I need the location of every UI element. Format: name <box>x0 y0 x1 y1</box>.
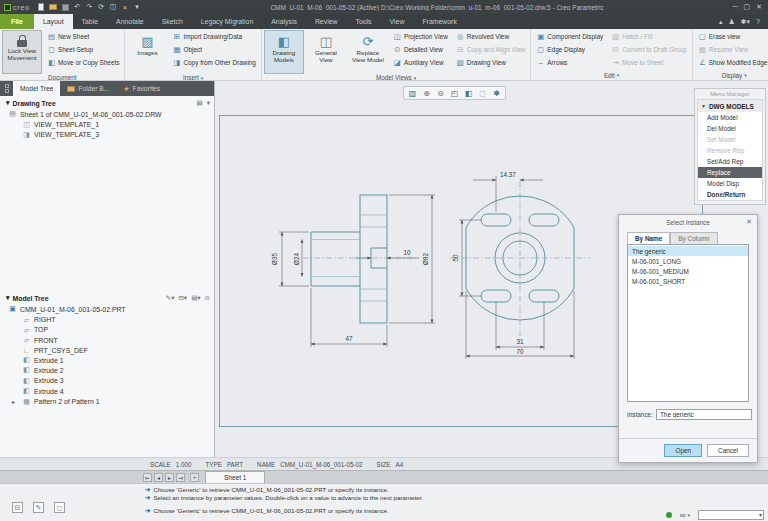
menu-item-del-model[interactable]: Del Model <box>698 123 762 134</box>
edge-display-button[interactable]: ◻Edge Display <box>533 43 606 56</box>
tab-tools[interactable]: Tools <box>346 14 380 29</box>
list-item-generic[interactable]: The generic <box>628 246 748 256</box>
model-tree-search-icon[interactable]: ⊙ <box>205 294 210 302</box>
tab-favorites[interactable]: ★Favorites <box>116 81 167 96</box>
message-log-icon[interactable]: ⊟ <box>12 502 23 513</box>
revolved-view-button[interactable]: ◎Revolved View <box>453 30 529 43</box>
find-tool-icon[interactable]: ∞▾ <box>680 511 690 520</box>
tree-item-extrude-1[interactable]: ◧Extrude 1 <box>0 355 214 365</box>
model-tree-collapse-icon[interactable]: ▾ <box>6 294 9 302</box>
tree-item-view-template-1[interactable]: ◫ VIEW_TEMPLATE_1 <box>0 119 214 129</box>
display-launcher-icon[interactable]: ▾ <box>744 72 747 78</box>
menu-item-model-disp[interactable]: Model Disp <box>698 178 762 189</box>
lock-view-movement-button[interactable]: Lock View Movement <box>2 30 42 74</box>
tab-by-column[interactable]: By Column <box>670 232 717 244</box>
refit-icon[interactable]: ◰ <box>448 88 461 99</box>
projection-view-button[interactable]: ◫Projection View <box>390 30 451 43</box>
tree-item-view-template-3[interactable]: ◨ VIEW_TEMPLATE_3 <box>0 130 214 140</box>
creo-logo[interactable]: creo <box>0 0 34 14</box>
erase-view-button[interactable]: ▢Erase view <box>695 30 768 43</box>
replace-view-model-button[interactable]: ⟳ Replace View Model <box>348 30 388 74</box>
tree-item-extrude-4[interactable]: ◧Extrude 4 <box>0 386 214 396</box>
panel-pin-icon[interactable] <box>0 81 13 96</box>
model-tree-settings-icon[interactable]: ▤▾ <box>191 294 200 302</box>
move-copy-sheets-button[interactable]: ◧Move or Copy Sheets <box>44 56 122 69</box>
tab-file[interactable]: File <box>0 14 34 29</box>
list-item-medium[interactable]: M-06-001_MEDIUM <box>628 266 748 276</box>
drawing-view-button[interactable]: ▧Drawing View <box>453 56 529 69</box>
redo-icon[interactable]: ↷ <box>85 3 94 12</box>
arrows-button[interactable]: →Arrows <box>533 56 606 69</box>
sheet-1-tab[interactable]: Sheet 1 <box>205 471 265 483</box>
tree-item-top-plane[interactable]: ▱TOP <box>0 325 214 335</box>
user-account-icon[interactable]: ♟ <box>728 18 734 26</box>
tree-item-front-plane[interactable]: ▱FRONT <box>0 335 214 345</box>
tree-item-csys[interactable]: ∟PRT_CSYS_DEF <box>0 346 214 355</box>
first-sheet-icon[interactable]: ⇤ <box>143 473 152 482</box>
collapse-ribbon-icon[interactable]: ▴ <box>719 18 723 26</box>
model-views-launcher-icon[interactable]: ▾ <box>414 75 417 81</box>
insert-launcher-icon[interactable]: ▾ <box>201 75 204 81</box>
tree-item-pattern[interactable]: ▸ ▦ Pattern 2 of Pattern 1 <box>0 396 214 406</box>
menu-item-replace[interactable]: Replace <box>698 167 762 178</box>
datum-display-icon[interactable]: ✱ <box>490 88 503 99</box>
tree-item-extrude-3[interactable]: ◧Extrude 3 <box>0 376 214 386</box>
list-item-short[interactable]: M-06-001_SHORT <box>628 277 748 287</box>
close-window-icon[interactable]: × <box>121 3 130 12</box>
drawing-tree-collapse-icon[interactable]: ▾ <box>6 99 9 107</box>
model-tree-filter-icon[interactable]: ⊟▾ <box>178 294 187 302</box>
new-sheet-button[interactable]: ▤New Sheet <box>44 30 122 43</box>
detailed-view-button[interactable]: ⊙Detailed View <box>390 43 451 56</box>
drawing-models-button[interactable]: ◧ Drawing Models <box>264 30 304 74</box>
model-tree-show-icon[interactable]: ✎▾ <box>166 294 175 302</box>
regenerate-icon[interactable]: ⟳ <box>97 3 106 12</box>
component-display-button[interactable]: ▣Component Display <box>533 30 606 43</box>
show-modified-edges-button[interactable]: ∠Show Modified Edges <box>695 56 768 69</box>
new-file-icon[interactable] <box>37 3 46 12</box>
sheet-setup-button[interactable]: ◻Sheet Setup <box>44 43 122 56</box>
window-icon[interactable]: ◫ <box>109 3 118 12</box>
tab-view[interactable]: View <box>381 14 414 29</box>
cancel-button[interactable]: Cancel <box>707 444 749 457</box>
select-region-icon[interactable]: ▧ <box>406 88 419 99</box>
instance-list[interactable]: The generic M-06-001_LONG M-06-001_MEDIU… <box>627 244 749 402</box>
general-view-button[interactable]: ◫ General View <box>306 30 346 74</box>
tab-sketch[interactable]: Sketch <box>153 14 192 29</box>
open-file-icon[interactable] <box>49 3 58 12</box>
tab-review[interactable]: Review <box>306 14 347 29</box>
tree-item-right-plane[interactable]: ▱RIGHT <box>0 314 214 324</box>
tab-folder-browser[interactable]: Folder B... <box>60 81 116 96</box>
maximize-button[interactable]: ▢ <box>744 3 751 11</box>
tab-framework[interactable]: Framework <box>413 14 465 29</box>
tree-item-part-root[interactable]: ▣ CMM_U-01_M-06_001-05-02.PRT <box>0 304 214 314</box>
open-button[interactable]: Open <box>664 444 702 457</box>
tree-item-extrude-2[interactable]: ◧Extrude 2 <box>0 365 214 375</box>
copy-from-other-drawing-button[interactable]: ◨Copy from Other Drawing <box>169 56 258 69</box>
zoom-out-icon[interactable]: ⊖ <box>434 88 447 99</box>
menu-item-add-model[interactable]: Add Model <box>698 112 762 123</box>
close-button[interactable]: ✕ <box>756 3 762 11</box>
import-drawing-data-button[interactable]: ⊞Import Drawing/Data <box>169 30 258 43</box>
add-sheet-icon[interactable]: + <box>190 473 199 482</box>
last-sheet-icon[interactable]: ⇥ <box>176 473 185 482</box>
display-style-icon[interactable]: ◧ <box>462 88 475 99</box>
list-item-long[interactable]: M-06-001_LONG <box>628 256 748 266</box>
zoom-in-icon[interactable]: ⊕ <box>420 88 433 99</box>
drawing-tree-dropdown-icon[interactable]: ▾ <box>207 99 210 107</box>
filter-combobox[interactable]: ▾ <box>698 510 764 520</box>
help-icon[interactable]: ? <box>756 18 760 25</box>
edit-launcher-icon[interactable]: ▾ <box>617 72 620 78</box>
undo-icon[interactable]: ↶ <box>73 3 82 12</box>
auxiliary-view-button[interactable]: ◪Auxiliary View <box>390 56 451 69</box>
minimize-button[interactable]: ─ <box>733 3 738 11</box>
tab-legacy-migration[interactable]: Legacy Migration <box>192 14 262 29</box>
tree-item-sheet1[interactable]: ▤ Sheet 1 of CMM_U-01_M-06_001-05-02.DRW <box>0 109 214 119</box>
menu-item-set-add-rep[interactable]: Set/Add Rep <box>698 156 762 167</box>
instance-input[interactable] <box>656 409 752 420</box>
menu-section-dwg-models[interactable]: ▼ DWG MODELS <box>698 100 762 112</box>
images-button[interactable]: ▨ Images <box>127 30 167 74</box>
tab-table[interactable]: Table <box>73 14 107 29</box>
select-box-icon[interactable]: ◻ <box>54 502 65 513</box>
object-button[interactable]: ▦Object <box>169 43 258 56</box>
tab-layout[interactable]: Layout <box>34 14 73 29</box>
